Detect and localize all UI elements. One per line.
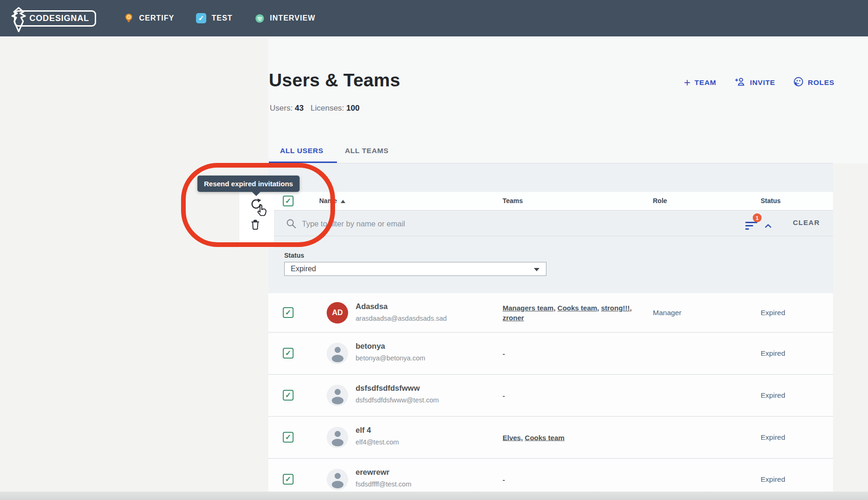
row-checkbox[interactable] <box>283 474 294 485</box>
row-checkbox[interactable] <box>283 348 294 359</box>
user-email: elf4@test.com <box>356 438 399 446</box>
table-row: ADAdasdsaarasdaadsa@asdasdsads.sadManage… <box>268 293 833 333</box>
screen: CODESIGNAL CERTIFY ✓ TEST <box>0 0 868 500</box>
teams-cell: - <box>503 475 636 485</box>
navbar-items: CERTIFY ✓ TEST INTERVIEW <box>123 13 315 24</box>
table-header-row: Name Teams Role Status <box>268 192 833 210</box>
teams-cell: Elves, Cooks team <box>503 433 636 443</box>
sort-asc-icon <box>341 200 345 203</box>
team-link[interactable]: strong!!! <box>601 304 630 312</box>
filter-icon <box>745 222 759 231</box>
user-name: dsfsdfsdfdsfwww <box>356 384 420 393</box>
roles-label: ROLES <box>808 78 834 87</box>
nav-item-interview[interactable]: INTERVIEW <box>254 13 315 24</box>
hand-pointer-icon <box>255 204 269 218</box>
users-label: Users: <box>270 104 293 113</box>
table-row: elf 4elf4@test.comElves, Cooks teamExpir… <box>268 417 833 459</box>
avatar-placeholder-icon <box>327 385 348 406</box>
nav-item-label: CERTIFY <box>139 14 174 22</box>
user-email: fsdsdffff@test.com <box>356 480 412 488</box>
tab-all-users[interactable]: ALL USERS <box>280 147 323 162</box>
nav-item-test[interactable]: ✓ TEST <box>196 13 232 24</box>
table-row: betonyabetonya@betonya.com-Expired <box>268 333 833 375</box>
filter-search-row: 1 CLEAR <box>268 210 833 236</box>
user-name: Adasdsa <box>356 302 388 311</box>
plus-icon: + <box>684 78 691 87</box>
tab-all-teams[interactable]: ALL TEAMS <box>345 147 389 162</box>
delete-selected-button[interactable] <box>249 218 261 231</box>
active-tab-underline <box>269 162 337 163</box>
column-header-teams[interactable]: Teams <box>503 197 523 204</box>
row-checkbox[interactable] <box>283 307 294 318</box>
filter-badge: 1 <box>753 213 762 222</box>
column-header-role[interactable]: Role <box>653 197 667 204</box>
top-navbar: CODESIGNAL CERTIFY ✓ TEST <box>0 0 868 36</box>
status-cell: Expired <box>761 349 785 358</box>
content-panel <box>268 37 868 163</box>
team-link[interactable]: zroner <box>503 314 524 322</box>
resend-expired-invitations-button[interactable] <box>249 197 265 213</box>
select-all-checkbox[interactable] <box>283 196 294 206</box>
test-check-icon: ✓ <box>196 13 207 24</box>
license-stats: Users: 43 Licenses: 100 <box>270 104 359 113</box>
page-title: Users & Teams <box>269 70 400 91</box>
codesignal-falcon-icon <box>7 7 31 33</box>
avatar-placeholder-icon <box>327 427 348 448</box>
teams-cell: Managers team, Cooks team, strong!!!, zr… <box>503 303 636 323</box>
tooltip-resend-expired-invitations: Resend expired invitations <box>197 176 300 192</box>
nav-item-label: TEST <box>211 14 232 22</box>
roles-button[interactable]: ROLES <box>793 76 834 89</box>
invite-label: INVITE <box>750 78 775 87</box>
user-name: erewrewr <box>356 468 389 477</box>
user-email: arasdaadsa@asdasdsads.sad <box>356 315 447 322</box>
avatar-placeholder-icon <box>327 469 348 490</box>
column-header-name[interactable]: Name <box>319 197 345 204</box>
status-cell: Expired <box>761 391 785 400</box>
nav-item-certify[interactable]: CERTIFY <box>123 13 174 24</box>
caret-down-icon <box>534 268 539 271</box>
column-header-status[interactable]: Status <box>761 197 781 204</box>
invite-button[interactable]: INVITE <box>734 76 775 89</box>
filter-toggle[interactable]: 1 <box>745 216 773 232</box>
add-team-button[interactable]: + TEAM <box>684 76 716 89</box>
status-filter-value: Expired <box>291 265 316 273</box>
search-icon <box>286 218 297 229</box>
search-input[interactable] <box>302 216 713 231</box>
user-name: elf 4 <box>356 426 371 435</box>
codesignal-logo[interactable]: CODESIGNAL <box>14 10 96 27</box>
interview-bubble-icon <box>254 13 265 24</box>
licenses-label: Licenses: <box>311 104 344 113</box>
avatar-placeholder-icon <box>327 343 348 364</box>
tabs: ALL USERS ALL TEAMS <box>280 147 389 162</box>
team-link[interactable]: Elves <box>503 434 521 442</box>
row-checkbox[interactable] <box>283 432 294 443</box>
nav-item-label: INTERVIEW <box>270 14 315 22</box>
add-team-label: TEAM <box>694 78 716 87</box>
team-link[interactable]: Cooks team <box>558 304 597 312</box>
chevron-up-icon[interactable] <box>764 222 772 230</box>
user-email: dsfsdfsdfdsfwww@test.com <box>356 396 439 404</box>
users-count: 43 <box>295 104 304 113</box>
header-actions: + TEAM INVITE <box>663 76 834 89</box>
role-cell: Manager <box>653 309 681 317</box>
row-checkbox[interactable] <box>283 390 294 401</box>
person-add-icon <box>734 76 746 89</box>
tabs-divider <box>268 163 833 163</box>
bulk-actions-panel <box>239 192 274 247</box>
licenses-count: 100 <box>346 104 359 113</box>
user-name: betonya <box>356 342 385 351</box>
roles-face-icon <box>793 76 804 89</box>
medal-icon <box>123 13 134 24</box>
teams-cell: - <box>503 349 636 359</box>
team-link[interactable]: Cooks team <box>525 434 565 442</box>
tooltip-text: Resend expired invitations <box>204 180 293 188</box>
avatar-initials: AD <box>327 302 348 324</box>
team-link[interactable]: Managers team <box>503 304 553 312</box>
clear-filters-button[interactable]: CLEAR <box>793 218 820 226</box>
status-cell: Expired <box>761 475 785 484</box>
status-cell: Expired <box>761 433 785 442</box>
teams-cell: - <box>503 391 636 401</box>
user-email: betonya@betonya.com <box>356 354 425 362</box>
status-filter-dropdown[interactable]: Expired <box>284 262 546 276</box>
page-bottom-edge <box>0 492 868 500</box>
